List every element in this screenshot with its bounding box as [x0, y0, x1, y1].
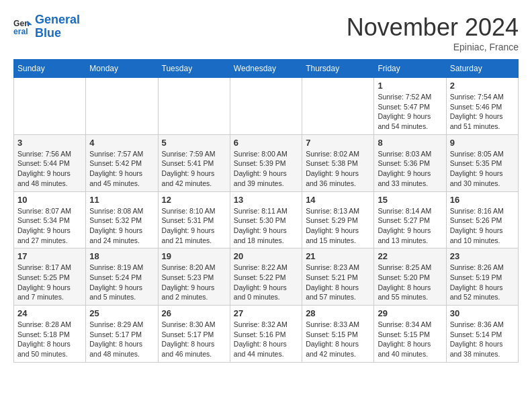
day-info: Sunrise: 7:56 AM Sunset: 5:44 PM Dayligh…: [17, 149, 82, 189]
day-info: Sunrise: 8:32 AM Sunset: 5:16 PM Dayligh…: [234, 320, 298, 359]
day-number: 16: [450, 195, 515, 205]
day-info: Sunrise: 8:08 AM Sunset: 5:32 PM Dayligh…: [89, 206, 154, 246]
calendar-cell: 6Sunrise: 8:00 AM Sunset: 5:39 PM Daylig…: [230, 134, 302, 191]
day-info: Sunrise: 8:26 AM Sunset: 5:19 PM Dayligh…: [450, 263, 515, 302]
day-info: Sunrise: 8:29 AM Sunset: 5:17 PM Dayligh…: [89, 320, 154, 359]
month-title: November 2024: [347, 13, 519, 42]
weekday-header-thursday: Thursday: [302, 60, 374, 78]
calendar-week-3: 10Sunrise: 8:07 AM Sunset: 5:34 PM Dayli…: [14, 191, 519, 248]
calendar-cell: 1Sunrise: 7:52 AM Sunset: 5:47 PM Daylig…: [374, 78, 446, 135]
calendar-cell: 23Sunrise: 8:26 AM Sunset: 5:19 PM Dayli…: [446, 248, 518, 306]
calendar-cell: 11Sunrise: 8:08 AM Sunset: 5:32 PM Dayli…: [86, 191, 158, 248]
day-number: 4: [89, 138, 154, 148]
day-number: 9: [450, 138, 515, 148]
svg-text:eral: eral: [13, 27, 28, 36]
day-number: 2: [450, 81, 515, 91]
calendar-cell: [158, 78, 230, 135]
calendar-cell: 4Sunrise: 7:57 AM Sunset: 5:42 PM Daylig…: [86, 134, 158, 191]
calendar-cell: [14, 78, 86, 135]
day-info: Sunrise: 7:52 AM Sunset: 5:47 PM Dayligh…: [378, 92, 442, 132]
location: Epiniac, France: [347, 42, 519, 52]
calendar-cell: 16Sunrise: 8:16 AM Sunset: 5:26 PM Dayli…: [446, 191, 518, 248]
title-area: November 2024 Epiniac, France: [347, 13, 519, 52]
day-number: 8: [378, 138, 442, 148]
day-info: Sunrise: 8:03 AM Sunset: 5:36 PM Dayligh…: [378, 149, 442, 189]
day-info: Sunrise: 8:00 AM Sunset: 5:39 PM Dayligh…: [234, 149, 298, 189]
calendar-cell: 18Sunrise: 8:19 AM Sunset: 5:24 PM Dayli…: [86, 248, 158, 306]
day-info: Sunrise: 8:19 AM Sunset: 5:24 PM Dayligh…: [89, 263, 154, 302]
logo: Gen eral General Blue: [13, 13, 80, 40]
weekday-header-friday: Friday: [374, 60, 446, 78]
calendar-cell: 3Sunrise: 7:56 AM Sunset: 5:44 PM Daylig…: [14, 134, 86, 191]
day-number: 7: [306, 138, 370, 148]
day-info: Sunrise: 7:54 AM Sunset: 5:46 PM Dayligh…: [450, 92, 515, 132]
calendar-week-5: 24Sunrise: 8:28 AM Sunset: 5:18 PM Dayli…: [14, 306, 519, 363]
logo-text: General Blue: [35, 13, 80, 40]
calendar-cell: 10Sunrise: 8:07 AM Sunset: 5:34 PM Dayli…: [14, 191, 86, 248]
day-info: Sunrise: 8:17 AM Sunset: 5:25 PM Dayligh…: [17, 263, 82, 302]
day-number: 14: [306, 195, 370, 205]
weekday-header-sunday: Sunday: [14, 60, 86, 78]
calendar-cell: 25Sunrise: 8:29 AM Sunset: 5:17 PM Dayli…: [86, 306, 158, 363]
calendar-cell: 28Sunrise: 8:33 AM Sunset: 5:15 PM Dayli…: [302, 306, 374, 363]
calendar-cell: 2Sunrise: 7:54 AM Sunset: 5:46 PM Daylig…: [446, 78, 518, 135]
day-number: 13: [234, 195, 298, 205]
day-info: Sunrise: 8:22 AM Sunset: 5:22 PM Dayligh…: [234, 263, 298, 302]
day-number: 28: [306, 308, 370, 318]
day-info: Sunrise: 8:25 AM Sunset: 5:20 PM Dayligh…: [378, 263, 442, 302]
page-header: Gen eral General Blue November 2024 Epin…: [13, 13, 519, 52]
calendar-cell: [230, 78, 302, 135]
day-number: 30: [450, 308, 515, 318]
day-info: Sunrise: 8:13 AM Sunset: 5:29 PM Dayligh…: [306, 206, 370, 246]
page-container: Gen eral General Blue November 2024 Epin…: [0, 0, 532, 369]
logo-line1: General: [35, 13, 80, 26]
day-number: 3: [17, 138, 82, 148]
weekday-header-tuesday: Tuesday: [158, 60, 230, 78]
day-number: 22: [378, 251, 442, 261]
day-info: Sunrise: 7:59 AM Sunset: 5:41 PM Dayligh…: [162, 149, 226, 189]
day-number: 20: [234, 251, 298, 261]
day-number: 12: [162, 195, 226, 205]
calendar-week-1: 1Sunrise: 7:52 AM Sunset: 5:47 PM Daylig…: [14, 78, 519, 135]
calendar-cell: 27Sunrise: 8:32 AM Sunset: 5:16 PM Dayli…: [230, 306, 302, 363]
calendar-cell: 24Sunrise: 8:28 AM Sunset: 5:18 PM Dayli…: [14, 306, 86, 363]
day-info: Sunrise: 8:33 AM Sunset: 5:15 PM Dayligh…: [306, 320, 370, 359]
day-info: Sunrise: 8:02 AM Sunset: 5:38 PM Dayligh…: [306, 149, 370, 189]
calendar-cell: 7Sunrise: 8:02 AM Sunset: 5:38 PM Daylig…: [302, 134, 374, 191]
day-info: Sunrise: 8:11 AM Sunset: 5:30 PM Dayligh…: [234, 206, 298, 246]
logo-icon: Gen eral: [13, 17, 32, 36]
calendar-cell: 30Sunrise: 8:36 AM Sunset: 5:14 PM Dayli…: [446, 306, 518, 363]
calendar-cell: 14Sunrise: 8:13 AM Sunset: 5:29 PM Dayli…: [302, 191, 374, 248]
calendar-cell: 15Sunrise: 8:14 AM Sunset: 5:27 PM Dayli…: [374, 191, 446, 248]
calendar-cell: 20Sunrise: 8:22 AM Sunset: 5:22 PM Dayli…: [230, 248, 302, 306]
day-info: Sunrise: 8:34 AM Sunset: 5:15 PM Dayligh…: [378, 320, 442, 359]
day-info: Sunrise: 8:16 AM Sunset: 5:26 PM Dayligh…: [450, 206, 515, 246]
calendar-cell: 21Sunrise: 8:23 AM Sunset: 5:21 PM Dayli…: [302, 248, 374, 306]
weekday-header-monday: Monday: [86, 60, 158, 78]
day-number: 15: [378, 195, 442, 205]
calendar-cell: 8Sunrise: 8:03 AM Sunset: 5:36 PM Daylig…: [374, 134, 446, 191]
day-info: Sunrise: 8:14 AM Sunset: 5:27 PM Dayligh…: [378, 206, 442, 246]
day-number: 24: [17, 308, 82, 318]
day-number: 26: [162, 308, 226, 318]
day-info: Sunrise: 8:36 AM Sunset: 5:14 PM Dayligh…: [450, 320, 515, 359]
day-number: 5: [162, 138, 226, 148]
weekday-header-row: SundayMondayTuesdayWednesdayThursdayFrid…: [14, 60, 519, 78]
calendar-cell: [86, 78, 158, 135]
day-number: 11: [89, 195, 154, 205]
calendar-cell: [302, 78, 374, 135]
day-info: Sunrise: 8:07 AM Sunset: 5:34 PM Dayligh…: [17, 206, 82, 246]
calendar-cell: 5Sunrise: 7:59 AM Sunset: 5:41 PM Daylig…: [158, 134, 230, 191]
calendar-cell: 12Sunrise: 8:10 AM Sunset: 5:31 PM Dayli…: [158, 191, 230, 248]
calendar-cell: 13Sunrise: 8:11 AM Sunset: 5:30 PM Dayli…: [230, 191, 302, 248]
calendar-body: 1Sunrise: 7:52 AM Sunset: 5:47 PM Daylig…: [14, 78, 519, 363]
calendar-table: SundayMondayTuesdayWednesdayThursdayFrid…: [13, 59, 519, 363]
day-info: Sunrise: 8:05 AM Sunset: 5:35 PM Dayligh…: [450, 149, 515, 189]
weekday-header-saturday: Saturday: [446, 60, 518, 78]
calendar-cell: 17Sunrise: 8:17 AM Sunset: 5:25 PM Dayli…: [14, 248, 86, 306]
calendar-cell: 26Sunrise: 8:30 AM Sunset: 5:17 PM Dayli…: [158, 306, 230, 363]
day-number: 23: [450, 251, 515, 261]
day-number: 1: [378, 81, 442, 91]
calendar-cell: 22Sunrise: 8:25 AM Sunset: 5:20 PM Dayli…: [374, 248, 446, 306]
day-number: 19: [162, 251, 226, 261]
